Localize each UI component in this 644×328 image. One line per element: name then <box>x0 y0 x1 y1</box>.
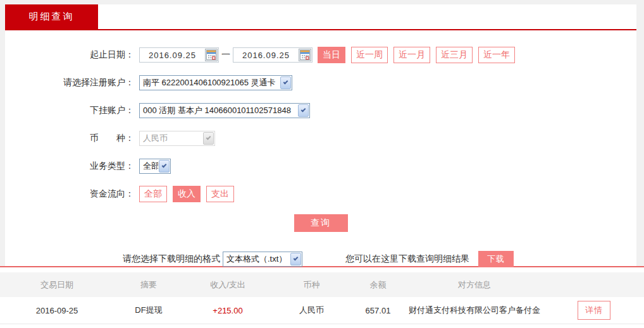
fund-direction-button[interactable]: 支出 <box>206 186 234 202</box>
trade-date-cell: 2016-09-25 <box>0 306 114 315</box>
detail-button[interactable]: 详情 <box>578 301 610 320</box>
currency-cell: 人民币 <box>272 305 351 316</box>
download-format-select[interactable]: 文本格式（.txt） <box>223 252 302 267</box>
tab-detail-query[interactable]: 明细查询 <box>5 4 98 29</box>
date-range-label: 起止日期： <box>5 49 134 61</box>
currency-label: 币 种： <box>5 133 134 144</box>
download-row: 请您选择下载明细的格式 文本格式（.txt） 您可以在这里下载查询明细结果 下载 <box>123 251 636 267</box>
chevron-down-icon[interactable] <box>290 253 301 265</box>
start-date-calendar-button[interactable] <box>205 49 218 61</box>
table-footer <box>0 324 644 328</box>
query-panel: 明细查询 起止日期： 2016.09.25 <box>5 4 636 266</box>
table-header-cell: 余额 <box>351 279 405 291</box>
sub-account-row: 下挂账户： 000 活期 基本户 1406600101102571848 <box>5 103 636 118</box>
chevron-down-icon[interactable] <box>298 104 309 117</box>
date-quick-button[interactable]: 近一月 <box>393 47 430 63</box>
end-date-value[interactable]: 2016.09.25 <box>233 51 299 60</box>
page-background: 明细查询 起止日期： 2016.09.25 <box>0 0 644 266</box>
table-header-cell: 对方信息 <box>405 279 544 291</box>
table-header-row: 交易日期摘要收入/支出币种余额对方信息 <box>0 272 644 297</box>
end-date-calendar-button[interactable] <box>299 49 311 61</box>
amount-cell: +215.00 <box>183 306 272 315</box>
table-header-cell: 摘要 <box>114 279 183 291</box>
business-type-select[interactable]: 全部 <box>139 159 171 174</box>
fund-direction-row: 资金流向： 全部收入支出 <box>5 186 636 202</box>
calendar-icon <box>206 50 216 60</box>
date-quick-button[interactable]: 近三月 <box>436 47 473 63</box>
query-button[interactable]: 查询 <box>294 214 348 232</box>
chevron-down-icon[interactable] <box>280 76 291 89</box>
start-date-input[interactable]: 2016.09.25 <box>139 47 219 63</box>
chevron-down-icon[interactable] <box>159 160 170 173</box>
summary-cell: DF提现 <box>114 305 183 316</box>
chevron-down-icon <box>203 132 214 145</box>
fund-direction-label: 资金流向： <box>5 188 134 200</box>
date-quick-buttons: 当日近一周近一月近三月近一年 <box>313 47 515 63</box>
business-type-label: 业务类型： <box>5 161 134 172</box>
download-button[interactable]: 下载 <box>478 251 514 267</box>
date-range-separator: 一 <box>221 49 230 61</box>
table-header-cell: 币种 <box>272 279 351 291</box>
sub-account-label: 下挂账户： <box>5 105 134 116</box>
register-account-label: 请选择注册账户： <box>5 77 134 88</box>
fund-direction-button[interactable]: 全部 <box>139 186 167 202</box>
calendar-icon <box>300 50 310 60</box>
date-quick-button[interactable]: 近一周 <box>351 47 388 63</box>
action-cell: 详情 <box>544 301 644 320</box>
date-range-controls: 2016.09.25 <box>139 47 515 63</box>
table-gap <box>0 267 644 272</box>
sub-account-value: 000 活期 基本户 1406600101102571848 <box>140 105 297 116</box>
date-quick-button[interactable]: 近一年 <box>478 47 515 63</box>
download-format-label: 请您选择下载明细的格式 <box>123 253 220 265</box>
table-body: 2016-09-25DF提现+215.00人民币657.01财付通支付科技有限公… <box>0 297 644 324</box>
business-type-row: 业务类型： 全部 <box>5 159 636 174</box>
end-date-input[interactable]: 2016.09.25 <box>233 47 313 63</box>
business-type-value: 全部 <box>140 161 158 172</box>
date-quick-button[interactable]: 当日 <box>318 47 345 63</box>
counterparty-cell: 财付通支付科技有限公司客户备付金 <box>405 305 544 316</box>
fund-direction-buttons: 全部收入支出 <box>134 186 234 202</box>
table-header-cell: 交易日期 <box>0 279 114 291</box>
tab-bar: 明细查询 <box>5 4 636 30</box>
fund-direction-button[interactable]: 收入 <box>173 186 201 202</box>
currency-select: 人民币 <box>139 131 215 146</box>
balance-cell: 657.01 <box>351 306 405 315</box>
download-format-value: 文本格式（.txt） <box>223 253 290 265</box>
start-date-value[interactable]: 2016.09.25 <box>140 51 205 60</box>
download-hint: 您可以在这里下载查询明细结果 <box>345 253 469 265</box>
register-account-select[interactable]: 南平 6222001406100921065 灵通卡 <box>139 75 292 90</box>
currency-row: 币 种： 人民币 <box>5 131 636 146</box>
register-account-row: 请选择注册账户： 南平 6222001406100921065 灵通卡 <box>5 75 636 90</box>
table-row: 2016-09-25DF提现+215.00人民币657.01财付通支付科技有限公… <box>0 297 644 324</box>
sub-account-select[interactable]: 000 活期 基本户 1406600101102571848 <box>139 103 310 118</box>
table-header-cell: 收入/支出 <box>183 279 272 291</box>
query-form: 起止日期： 2016.09.25 <box>5 30 636 267</box>
register-account-value: 南平 6222001406100921065 灵通卡 <box>140 77 280 88</box>
currency-value: 人民币 <box>140 133 202 144</box>
date-range-row: 起止日期： 2016.09.25 <box>5 47 636 63</box>
